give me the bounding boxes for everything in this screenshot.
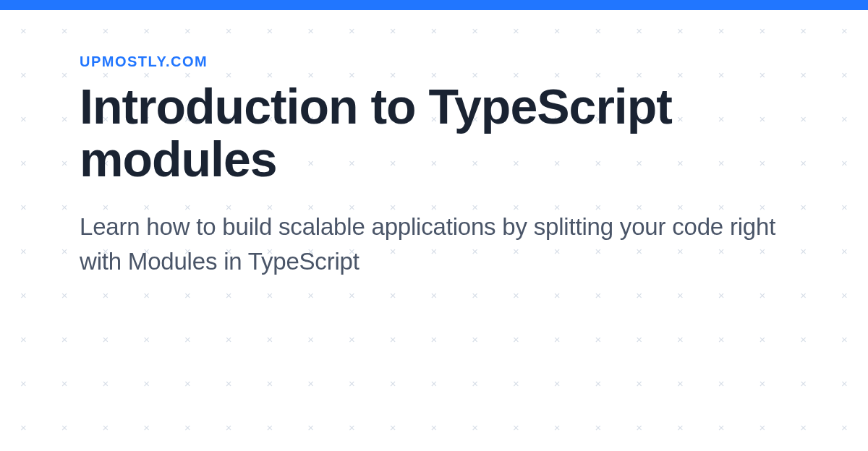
article-title: Introduction to TypeScript modules: [80, 80, 788, 186]
content-area: UPMOSTLY.COM Introduction to TypeScript …: [0, 10, 868, 279]
top-accent-bar: [0, 0, 868, 10]
site-name: UPMOSTLY.COM: [80, 53, 788, 70]
article-description: Learn how to build scalable applications…: [80, 210, 788, 279]
